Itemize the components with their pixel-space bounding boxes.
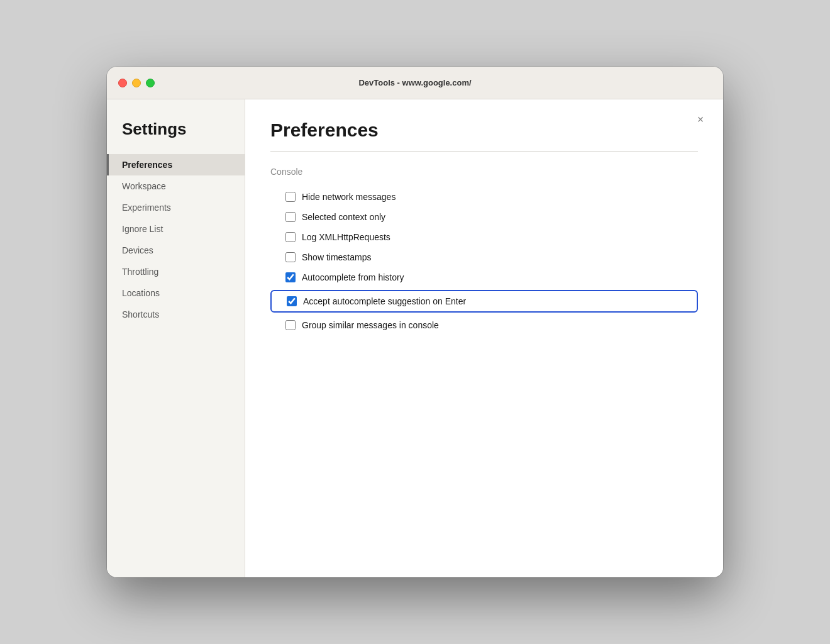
checkbox-log-xmlhttp: Log XMLHttpRequests xyxy=(270,227,698,247)
page-title: Preferences xyxy=(270,119,698,141)
devtools-window: DevTools - www.google.com/ Settings Pref… xyxy=(107,67,723,577)
maximize-traffic-light[interactable] xyxy=(146,79,155,87)
main-content: × Preferences Console Hide network messa… xyxy=(245,99,723,577)
sidebar-item-preferences[interactable]: Preferences xyxy=(107,154,245,175)
autocomplete-enter-label[interactable]: Accept autocomplete suggestion on Enter xyxy=(303,296,466,306)
sidebar-item-ignore-list[interactable]: Ignore List xyxy=(107,218,245,240)
sidebar-item-shortcuts[interactable]: Shortcuts xyxy=(107,304,245,325)
checkbox-show-timestamps: Show timestamps xyxy=(270,247,698,267)
show-timestamps-checkbox[interactable] xyxy=(285,252,296,262)
checkbox-hide-network: Hide network messages xyxy=(270,187,698,207)
sidebar-item-workspace[interactable]: Workspace xyxy=(107,175,245,197)
hide-network-label[interactable]: Hide network messages xyxy=(302,192,396,202)
checkbox-autocomplete-enter: Accept autocomplete suggestion on Enter xyxy=(270,290,698,313)
close-traffic-light[interactable] xyxy=(118,79,127,87)
checkbox-autocomplete-history: Autocomplete from history xyxy=(270,267,698,287)
log-xmlhttp-checkbox[interactable] xyxy=(285,232,296,242)
group-similar-checkbox[interactable] xyxy=(285,320,296,330)
sidebar-heading: Settings xyxy=(107,119,245,154)
hide-network-checkbox[interactable] xyxy=(285,192,296,202)
selected-context-checkbox[interactable] xyxy=(285,212,296,222)
checkbox-selected-context: Selected context only xyxy=(270,207,698,227)
sidebar-item-locations[interactable]: Locations xyxy=(107,282,245,304)
traffic-lights xyxy=(118,79,155,87)
autocomplete-history-checkbox[interactable] xyxy=(285,272,296,282)
autocomplete-enter-checkbox[interactable] xyxy=(287,296,297,306)
close-button[interactable]: × xyxy=(693,112,708,127)
selected-context-label[interactable]: Selected context only xyxy=(302,212,385,222)
sidebar: Settings Preferences Workspace Experimen… xyxy=(107,99,245,577)
checkbox-group-similar: Group similar messages in console xyxy=(270,315,698,335)
log-xmlhttp-label[interactable]: Log XMLHttpRequests xyxy=(302,232,390,242)
sidebar-item-devices[interactable]: Devices xyxy=(107,240,245,261)
console-section-title: Console xyxy=(270,167,698,177)
sidebar-item-experiments[interactable]: Experiments xyxy=(107,197,245,218)
show-timestamps-label[interactable]: Show timestamps xyxy=(302,252,371,262)
group-similar-label[interactable]: Group similar messages in console xyxy=(302,320,439,330)
minimize-traffic-light[interactable] xyxy=(132,79,141,87)
window-title: DevTools - www.google.com/ xyxy=(358,78,471,87)
sidebar-item-throttling[interactable]: Throttling xyxy=(107,261,245,282)
section-divider xyxy=(270,151,698,152)
titlebar: DevTools - www.google.com/ xyxy=(107,67,723,99)
autocomplete-history-label[interactable]: Autocomplete from history xyxy=(302,272,404,282)
window-content: Settings Preferences Workspace Experimen… xyxy=(107,99,723,577)
